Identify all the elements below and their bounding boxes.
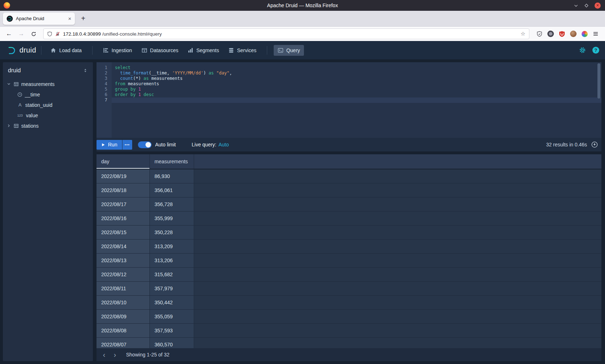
code-line[interactable]: time_format(__time, 'YYYY/MM/dd') as "da… — [112, 70, 601, 76]
window-close-icon[interactable]: × — [595, 3, 601, 9]
run-button[interactable]: Run — [97, 140, 122, 150]
cell-measurements[interactable]: 350,228 — [150, 226, 194, 239]
code-line[interactable]: count(*) as measurements — [112, 76, 601, 81]
code-token: measurements — [149, 76, 183, 81]
cell-day[interactable]: 2022/08/13 — [97, 254, 150, 267]
code-line[interactable]: from measurements — [112, 81, 601, 87]
browser-tab[interactable]: Apache Druid × — [3, 13, 75, 25]
window-minimize-icon[interactable] — [574, 3, 578, 8]
cell-day[interactable]: 2022/08/17 — [97, 197, 150, 211]
tree-item-measurements[interactable]: measurements — [3, 79, 93, 89]
cell-day[interactable]: 2022/08/10 — [97, 296, 150, 309]
extension-avatar-icon[interactable] — [547, 31, 554, 37]
next-page-icon[interactable]: › — [109, 349, 120, 360]
code-line[interactable]: select — [112, 65, 601, 70]
insecure-lock-icon[interactable] — [55, 31, 60, 37]
addon-pinwheel-icon[interactable] — [582, 31, 588, 37]
toggle-knob — [145, 142, 151, 147]
tracking-protection-shield-icon[interactable] — [47, 31, 52, 37]
forward-button[interactable]: → — [16, 28, 27, 39]
cell-day[interactable]: 2022/08/12 — [97, 268, 150, 281]
auto-limit-toggle[interactable] — [138, 141, 152, 148]
table-row: 2022/08/13313,206 — [97, 254, 601, 268]
cell-measurements[interactable]: 313,206 — [150, 254, 194, 267]
help-icon[interactable]: ? — [592, 47, 599, 54]
row-filler — [194, 338, 601, 348]
reload-button[interactable] — [28, 28, 39, 39]
tree-item-value[interactable]: 123 value — [3, 110, 93, 120]
run-bar: Run ••• Auto limit Live query: Auto 32 r… — [97, 138, 601, 151]
nav-item-ingestion[interactable]: Ingestion — [99, 45, 136, 56]
extension-shield-icon[interactable] — [537, 31, 542, 37]
cell-measurements[interactable]: 86,930 — [150, 169, 194, 183]
cell-measurements[interactable]: 356,728 — [150, 197, 194, 211]
nav-item-services[interactable]: Services — [224, 45, 260, 56]
cell-measurements[interactable]: 350,442 — [150, 296, 194, 309]
live-query-value[interactable]: Auto — [219, 142, 229, 147]
nav-item-load-data[interactable]: Load data — [46, 45, 85, 56]
druid-logo[interactable]: druid — [6, 45, 36, 56]
tab-close-icon[interactable]: × — [68, 15, 71, 22]
url-bar[interactable]: 172.18.0.4:30899/unified-console.html#qu… — [43, 28, 529, 39]
code-token: time_format — [120, 70, 148, 76]
column-header-day[interactable]: day — [97, 154, 150, 169]
bookmark-star-icon[interactable]: ☆ — [521, 31, 525, 37]
code-token — [136, 92, 138, 97]
download-icon[interactable] — [591, 141, 598, 148]
cell-day[interactable]: 2022/08/08 — [97, 324, 150, 337]
row-filler — [194, 169, 601, 183]
editor-scrollbar[interactable] — [597, 63, 600, 99]
cell-day[interactable]: 2022/08/16 — [97, 211, 150, 225]
settings-gear-icon[interactable] — [579, 47, 586, 54]
code-line[interactable] — [112, 97, 601, 103]
nav-item-segments[interactable]: Segments — [184, 45, 223, 56]
code-line[interactable]: group by 1 — [112, 87, 601, 92]
cell-day[interactable]: 2022/08/14 — [97, 240, 150, 253]
ublock-origin-icon[interactable] — [559, 31, 565, 37]
cell-day[interactable]: 2022/08/11 — [97, 282, 150, 295]
showing-label: Showing 1-25 of 32 — [126, 352, 170, 358]
sort-caret-icon[interactable] — [83, 68, 88, 73]
firefox-logo-icon — [4, 2, 10, 9]
code-token: 'YYYY/MM/dd' — [172, 70, 203, 76]
editor-code[interactable]: select time_format(__time, 'YYYY/MM/dd')… — [112, 62, 601, 138]
row-filler — [194, 282, 601, 295]
new-tab-button[interactable]: + — [78, 13, 89, 24]
cell-day[interactable]: 2022/08/07 — [97, 338, 150, 348]
browser-toolbar: ← → 172.18.0.4:30899/unified-console.htm… — [0, 26, 605, 41]
back-button[interactable]: ← — [4, 28, 14, 39]
cell-day[interactable]: 2022/08/15 — [97, 226, 150, 239]
cell-day[interactable]: 2022/08/09 — [97, 310, 150, 323]
tree-item-stations[interactable]: stations — [3, 120, 93, 131]
pagination-bar: ‹ › Showing 1-25 of 32 — [97, 348, 601, 361]
run-more-button[interactable]: ••• — [122, 140, 132, 150]
window-maximize-icon[interactable] — [584, 3, 589, 8]
menu-icon[interactable] — [593, 31, 599, 37]
nav-item-query[interactable]: Query — [274, 45, 304, 56]
auto-limit-label[interactable]: Auto limit — [155, 142, 176, 147]
cell-measurements[interactable]: 360,570 — [150, 338, 194, 348]
cell-measurements[interactable]: 357,593 — [150, 324, 194, 337]
tree-item-time[interactable]: __time — [3, 89, 93, 100]
cell-measurements[interactable]: 355,059 — [150, 310, 194, 323]
header-divider — [92, 46, 93, 55]
play-icon — [101, 143, 105, 147]
cell-day[interactable]: 2022/08/19 — [97, 169, 150, 183]
cell-measurements[interactable]: 357,979 — [150, 282, 194, 295]
cell-measurements[interactable]: 356,061 — [150, 183, 194, 197]
cell-measurements[interactable]: 355,999 — [150, 211, 194, 225]
tree-label: station_uuid — [25, 102, 53, 108]
profile-avatar-icon[interactable] — [570, 31, 577, 37]
tree-item-station-uuid[interactable]: A station_uuid — [3, 100, 93, 110]
cell-measurements[interactable]: 315,682 — [150, 268, 194, 281]
row-filler — [194, 268, 601, 281]
prev-page-icon[interactable]: ‹ — [99, 349, 109, 360]
column-header-measurements[interactable]: measurements — [150, 154, 194, 169]
nav-item-datasources[interactable]: Datasources — [138, 45, 183, 56]
code-line[interactable]: order by 1 desc — [112, 92, 601, 97]
nav-label: Services — [237, 47, 256, 53]
cell-day[interactable]: 2022/08/18 — [97, 183, 150, 197]
header-divider — [41, 46, 41, 55]
sql-editor[interactable]: 1234567 select time_format(__time, 'YYYY… — [97, 62, 601, 138]
cell-measurements[interactable]: 313,209 — [150, 240, 194, 253]
